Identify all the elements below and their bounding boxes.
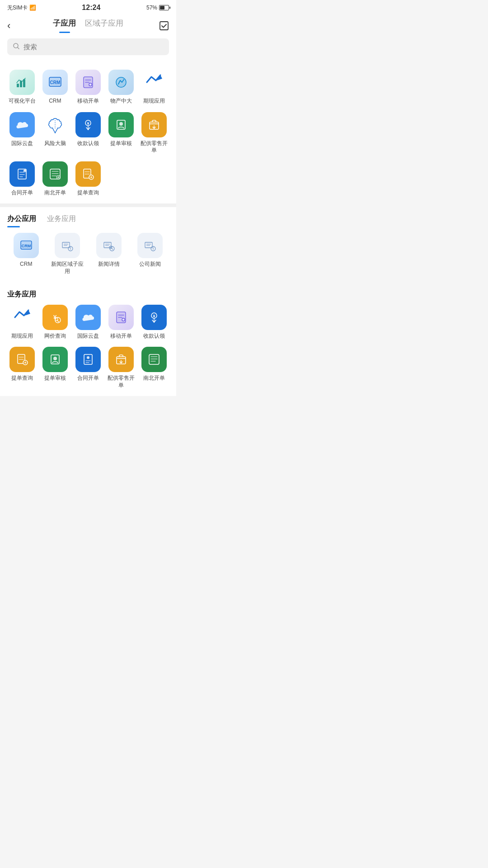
app-contract-order[interactable]: 人 合同开单: [7, 161, 37, 197]
app-label-futures: 期现应用: [143, 98, 165, 105]
app-mobile-order2[interactable]: 移动开单: [107, 305, 136, 340]
app-label-price-query: 网价查询: [44, 333, 66, 340]
app-icon-property: [108, 70, 134, 95]
svg-text:CRM: CRM: [50, 80, 60, 85]
app-label-cloud-disk2: 国际云盘: [77, 333, 99, 340]
section-tabs: 办公应用 业务应用: [7, 214, 169, 227]
svg-point-53: [70, 247, 71, 248]
app-label-news-regional: 新闻区域子应用: [49, 261, 87, 275]
app-icon-company-news: [137, 233, 163, 258]
app-price-query[interactable]: ¥ 网价查询: [40, 305, 70, 340]
tab-office-apps[interactable]: 办公应用: [7, 214, 36, 227]
app-icon-crm2: CRM: [14, 233, 39, 258]
status-battery-area: 57%: [146, 5, 169, 11]
app-icon-price-query: ¥: [42, 305, 68, 330]
app-icon-mobile-order: [75, 70, 101, 95]
battery-fill: [160, 6, 164, 9]
search-container: [0, 33, 176, 62]
app-label-contract-order: 合同开单: [11, 189, 33, 197]
tab-sub-app[interactable]: 子应用: [53, 18, 76, 33]
app-label-mobile-order: 移动开单: [77, 98, 99, 105]
app-label-retail-order2: 配供零售开单: [107, 375, 136, 389]
svg-point-65: [153, 247, 154, 248]
tab-regional-app[interactable]: 区域子应用: [85, 18, 123, 33]
app-futures2[interactable]: 期现应用: [7, 305, 37, 340]
app-ns-order2[interactable]: 南北开单: [140, 347, 169, 389]
app-crm[interactable]: CRM CRM: [40, 70, 70, 105]
office-apps-grid: CRM CRM 新闻区域子应用: [7, 233, 169, 275]
app-label-bill-review2: 提单审核: [44, 375, 66, 382]
svg-rect-4: [20, 81, 22, 87]
bottom-apps-section: 提单查询 提单审核 合同开单: [0, 347, 176, 396]
business-apps-section: 期现应用 ¥ 网价查询 国际云盘: [0, 299, 176, 347]
status-bar: 无SIM卡 📶 12:24 57%: [0, 0, 176, 14]
app-futures[interactable]: 期现应用: [140, 70, 169, 105]
header-tabs: 子应用 区域子应用: [21, 18, 155, 33]
svg-point-59: [109, 246, 112, 249]
app-cloud-disk2[interactable]: 国际云盘: [73, 305, 103, 340]
back-button[interactable]: ‹: [7, 20, 21, 32]
app-icon-bill-review: [108, 112, 134, 137]
app-label-risk-brain: 风险大脑: [44, 140, 66, 147]
app-label-crm2: CRM: [20, 261, 32, 268]
app-label-contract-order2: 合同开单: [77, 375, 99, 382]
svg-text:¥: ¥: [153, 314, 155, 318]
app-icon-bill-query: [75, 161, 101, 187]
section-divider: [0, 203, 176, 207]
app-label-property: 物产中大: [110, 98, 132, 105]
business-apps-grid: 期现应用 ¥ 网价查询 国际云盘: [7, 305, 169, 340]
svg-rect-54: [104, 242, 111, 248]
app-retail-order2[interactable]: 配供零售开单: [107, 347, 136, 389]
app-label-bill-query2: 提单查询: [11, 375, 33, 382]
header-action-button[interactable]: [155, 21, 169, 31]
app-visualization[interactable]: 可视化平台: [7, 70, 37, 105]
app-label-bill-review: 提单审核: [110, 140, 132, 147]
app-news-regional[interactable]: 新闻区域子应用: [49, 233, 87, 275]
header: ‹ 子应用 区域子应用: [0, 14, 176, 33]
app-payment2[interactable]: ¥ 收款认领: [140, 305, 169, 340]
svg-rect-89: [84, 354, 92, 364]
app-bill-query2[interactable]: 提单查询: [7, 347, 37, 389]
status-signal: 无SIM卡 📶: [7, 4, 36, 12]
app-property[interactable]: 物产中大: [107, 70, 136, 105]
svg-point-24: [119, 122, 123, 126]
search-input[interactable]: [23, 43, 164, 51]
app-label-futures2: 期现应用: [11, 333, 33, 340]
svg-point-88: [53, 357, 57, 360]
battery-percent: 57%: [146, 5, 157, 11]
app-bill-review2[interactable]: 提单审核: [40, 347, 70, 389]
svg-rect-0: [160, 22, 168, 30]
app-risk-brain[interactable]: 风险大脑: [40, 112, 70, 154]
app-retail-order[interactable]: 配供零售开单: [140, 112, 169, 154]
app-icon-contract-order: 人: [9, 161, 35, 187]
business-section-title: 业务应用: [0, 283, 176, 299]
app-mobile-order[interactable]: 移动开单: [73, 70, 103, 105]
app-label-news-detail: 新闻详情: [98, 261, 120, 268]
app-payment[interactable]: ¥ 收款认领: [73, 112, 103, 154]
search-box[interactable]: [7, 38, 169, 55]
middle-section-header: 办公应用 业务应用: [0, 207, 176, 227]
app-label-visualization: 可视化平台: [9, 98, 36, 105]
svg-rect-60: [145, 242, 152, 248]
tab-business-apps[interactable]: 业务应用: [47, 214, 76, 227]
svg-rect-48: [62, 242, 70, 248]
app-contract-order2[interactable]: 合同开单: [73, 347, 103, 389]
app-icon-risk-brain: [42, 112, 68, 137]
app-label-bill-query: 提单查询: [77, 189, 99, 197]
app-crm2[interactable]: CRM CRM: [7, 233, 45, 275]
app-label-ns-order: 南北开单: [44, 189, 66, 197]
app-label-ns-order2: 南北开单: [143, 375, 165, 382]
svg-rect-3: [17, 84, 19, 87]
app-news-detail[interactable]: 新闻详情: [90, 233, 128, 275]
app-company-news[interactable]: 公司新闻: [131, 233, 169, 275]
app-icon-ns-order2: [141, 347, 167, 372]
app-icon-futures: [141, 70, 167, 95]
app-bill-query[interactable]: 提单查询: [73, 161, 103, 197]
app-bill-review[interactable]: 提单审核: [107, 112, 136, 154]
app-cloud-disk[interactable]: 国际云盘: [7, 112, 37, 154]
bottom-apps-grid: 提单查询 提单审核 合同开单: [7, 347, 169, 389]
svg-point-90: [87, 356, 89, 359]
search-icon: [13, 42, 20, 51]
app-ns-order[interactable]: 南北开单: [40, 161, 70, 197]
app-label-retail-order: 配供零售开单: [140, 140, 169, 154]
